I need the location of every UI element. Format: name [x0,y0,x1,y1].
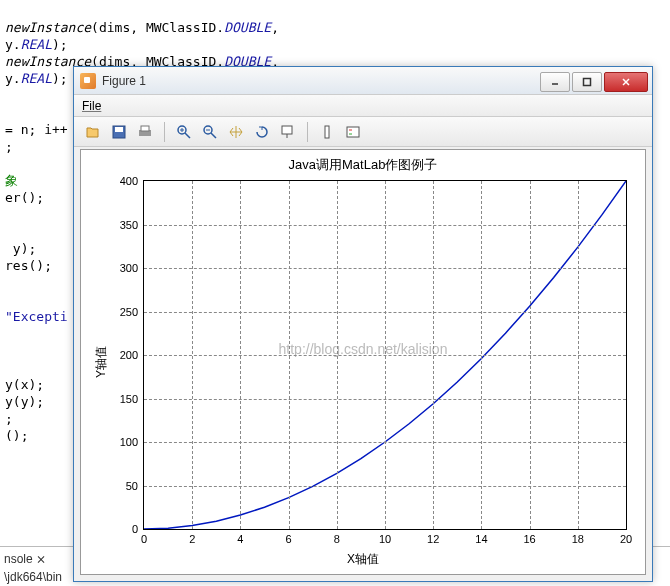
svg-rect-15 [282,126,292,134]
svg-rect-7 [141,126,149,131]
x-tick-label: 2 [189,533,195,545]
grid-line [144,355,626,356]
y-tick-label: 150 [120,393,138,405]
pan-icon[interactable] [225,121,247,143]
x-tick-label: 16 [523,533,535,545]
x-tick-label: 12 [427,533,439,545]
x-tick-label: 10 [379,533,391,545]
y-tick-label: 350 [120,219,138,231]
axes[interactable]: 0246810121416182005010015020025030035040… [143,180,627,530]
plot-container: Java调用MatLab作图例子 Y轴值 X轴值 http://blog.csd… [80,149,646,575]
file-menu[interactable]: File [82,99,101,113]
chart-title: Java调用MatLab作图例子 [81,156,645,174]
x-tick-label: 0 [141,533,147,545]
toolbar-separator [307,122,308,142]
legend-icon[interactable] [342,121,364,143]
y-tick-label: 400 [120,175,138,187]
zoom-out-icon[interactable] [199,121,221,143]
menubar: File [74,95,652,117]
open-icon[interactable] [82,121,104,143]
figure-window: Figure 1 File Java调用MatLab作图例子 Y轴值 X轴值 h… [73,66,653,582]
svg-rect-5 [115,127,123,132]
x-tick-label: 14 [475,533,487,545]
grid-line [144,312,626,313]
titlebar[interactable]: Figure 1 [74,67,652,95]
y-axis-label: Y轴值 [93,346,110,378]
grid-line [144,486,626,487]
y-tick-label: 200 [120,349,138,361]
print-icon[interactable] [134,121,156,143]
window-title: Figure 1 [102,74,146,88]
x-tick-label: 18 [572,533,584,545]
svg-rect-1 [584,79,591,86]
grid-line [144,442,626,443]
svg-line-13 [211,133,216,138]
y-tick-label: 300 [120,262,138,274]
svg-rect-18 [347,127,359,137]
datacursor-icon[interactable] [277,121,299,143]
x-tick-label: 20 [620,533,632,545]
svg-line-9 [185,133,190,138]
maximize-button[interactable] [572,72,602,92]
toolbar-separator [164,122,165,142]
console-tab[interactable]: nsole ⨯ [0,552,46,566]
matlab-icon [80,73,96,89]
grid-line [144,268,626,269]
colorbar-icon[interactable] [316,121,338,143]
zoom-in-icon[interactable] [173,121,195,143]
rotate-icon[interactable] [251,121,273,143]
grid-line [144,399,626,400]
save-icon[interactable] [108,121,130,143]
grid-line [144,225,626,226]
jdk-path: \jdk664\bin [0,570,62,584]
svg-rect-17 [325,126,329,138]
y-tick-label: 50 [126,480,138,492]
close-button[interactable] [604,72,648,92]
code-text: newInstance [5,20,91,35]
x-tick-label: 8 [334,533,340,545]
y-tick-label: 100 [120,436,138,448]
minimize-button[interactable] [540,72,570,92]
x-axis-label: X轴值 [81,551,645,568]
x-tick-label: 6 [286,533,292,545]
y-tick-label: 0 [132,523,138,535]
y-tick-label: 250 [120,306,138,318]
toolbar [74,117,652,147]
x-tick-label: 4 [237,533,243,545]
